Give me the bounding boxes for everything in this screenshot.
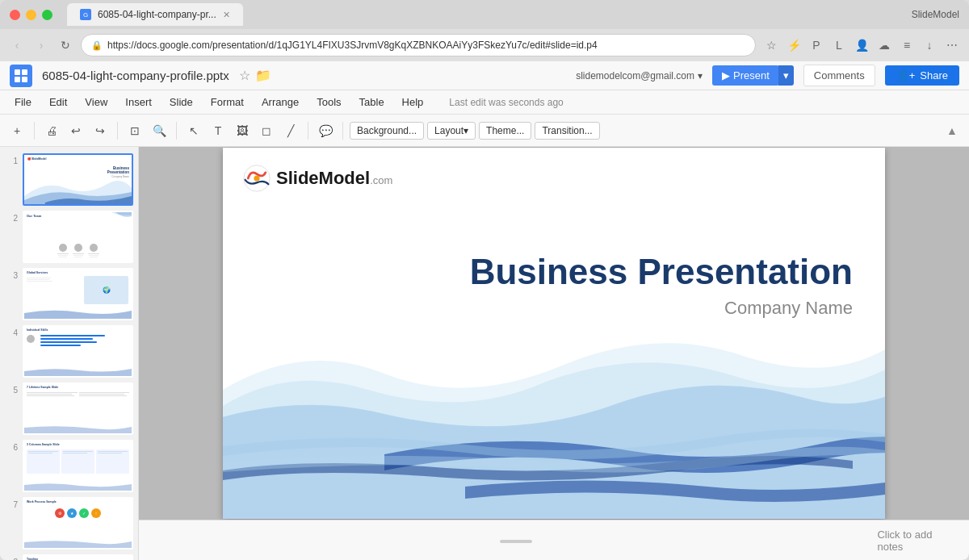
minimize-button[interactable]: [26, 10, 36, 20]
shape-tool[interactable]: ◻: [256, 120, 277, 141]
maximize-button[interactable]: [42, 10, 52, 20]
layout-label: Layout▾: [434, 125, 468, 136]
cursor-tool[interactable]: ↖: [183, 120, 204, 141]
doc-title: 6085-04-light-company-profile.pptx: [42, 69, 229, 82]
present-button[interactable]: ▶ Present: [712, 65, 779, 86]
logo-main-text: SlideModel: [276, 168, 370, 188]
text-tool[interactable]: T: [208, 120, 229, 141]
slide-image-1[interactable]: 🔴 SlideModel BusinessPresentation Compan…: [23, 153, 133, 206]
notes-drag-bar: [500, 540, 532, 543]
tab-bar: G 6085-04-light-company-pr... ✕: [67, 3, 243, 26]
share-label: Share: [920, 69, 948, 81]
slide-thumb-5[interactable]: 5 7 Lifetime Sample Slide: [5, 382, 133, 435]
menu-format[interactable]: Format: [203, 94, 252, 111]
zoom-button[interactable]: 🔍: [149, 120, 170, 141]
close-button[interactable]: [10, 10, 20, 20]
address-input[interactable]: 🔒 https://docs.google.com/presentation/d…: [81, 34, 756, 56]
svg-rect-3: [22, 77, 27, 82]
slide-image-2[interactable]: Our Team: [23, 211, 133, 263]
slide-image-5[interactable]: 7 Lifetime Sample Slide: [23, 382, 133, 435]
slide-7-content: Work Process Sample ⚙ ★ ✓ ↑: [24, 499, 132, 548]
menu-file[interactable]: File: [6, 94, 40, 111]
print-button[interactable]: 🖨: [41, 120, 62, 141]
undo-button[interactable]: ↩: [65, 120, 86, 141]
slide-logo-icon: [242, 164, 271, 193]
menu-arrange[interactable]: Arrange: [254, 94, 307, 111]
slide-thumb-7[interactable]: 7 Work Process Sample ⚙ ★ ✓ ↑: [5, 497, 133, 550]
slide-image-8[interactable]: Timeline: [23, 554, 133, 560]
slide-image-4[interactable]: Individual Skills: [23, 325, 133, 378]
slide-logo-area: SlideModel.com: [242, 164, 392, 193]
redo-button[interactable]: ↪: [90, 120, 111, 141]
toolbar-collapse-button[interactable]: ▲: [942, 120, 963, 141]
add-button[interactable]: +: [6, 120, 27, 141]
tab-favicon: G: [80, 9, 91, 20]
more-icon[interactable]: ⋯: [943, 36, 961, 54]
slide-image-7[interactable]: Work Process Sample ⚙ ★ ✓ ↑: [23, 497, 133, 550]
refresh-button[interactable]: ↻: [57, 36, 74, 54]
slide-editor[interactable]: SlideModel.com Business Presentation Com…: [139, 147, 969, 520]
line-tool[interactable]: ╱: [280, 120, 301, 141]
image-tool[interactable]: 🖼: [232, 120, 253, 141]
menu-table[interactable]: Table: [351, 94, 392, 111]
svg-rect-0: [15, 69, 20, 75]
share-button[interactable]: 👤+ Share: [885, 65, 959, 86]
svg-rect-1: [22, 69, 27, 75]
folder-icon[interactable]: 📁: [255, 68, 271, 83]
slide-main-title: Business Presentation: [470, 253, 853, 291]
slide-thumb-1[interactable]: 1 🔴 SlideModel BusinessPresentation Comp…: [5, 153, 133, 206]
zoom-fit-button[interactable]: ⊡: [124, 120, 145, 141]
comments-button[interactable]: Comments: [803, 65, 875, 86]
pocket-icon[interactable]: P: [808, 36, 825, 54]
bookmark-icon[interactable]: ☆: [762, 36, 780, 54]
doc-action-icons: ☆ 📁: [239, 68, 271, 83]
download-icon[interactable]: ↓: [921, 36, 938, 54]
slide-thumb-4[interactable]: 4 Individual Skills: [5, 325, 133, 378]
theme-button[interactable]: Theme...: [479, 122, 531, 140]
menu-tools[interactable]: Tools: [308, 94, 349, 111]
slide-thumb-6[interactable]: 6 3 Columns Sample Slide: [5, 440, 133, 492]
app-title-bar: 6085-04-light-company-profile.pptx ☆ 📁 s…: [0, 61, 969, 90]
back-button[interactable]: ‹: [8, 36, 26, 54]
s2-wave-top: [91, 212, 132, 232]
notes-drag-handle: [155, 535, 877, 546]
tab-close-icon[interactable]: ✕: [223, 10, 230, 20]
extensions-icon[interactable]: ⚡: [785, 36, 803, 54]
slide-canvas[interactable]: SlideModel.com Business Presentation Com…: [223, 148, 885, 519]
main-content: 1 🔴 SlideModel BusinessPresentation Comp…: [0, 147, 969, 560]
s1-logo-mini: 🔴 SlideModel: [27, 157, 46, 161]
notes-placeholder-text[interactable]: Click to add notes: [877, 529, 953, 553]
toolbar-sep-1: [34, 122, 35, 140]
forward-button[interactable]: ›: [32, 36, 50, 54]
transition-button[interactable]: Transition...: [535, 122, 599, 140]
profile-icon[interactable]: 👤: [853, 36, 870, 54]
layout-button[interactable]: Layout▾: [427, 122, 476, 140]
present-play-icon: ▶: [722, 69, 730, 81]
menu-insert[interactable]: Insert: [117, 94, 160, 111]
slide-image-6[interactable]: 3 Columns Sample Slide: [23, 440, 133, 492]
slide-num-2: 2: [5, 211, 18, 223]
menu-edit[interactable]: Edit: [41, 94, 75, 111]
star-icon[interactable]: ☆: [239, 68, 250, 83]
layers-icon[interactable]: ≡: [898, 36, 916, 54]
present-dropdown-button[interactable]: ▾: [778, 65, 794, 86]
comment-tool[interactable]: 💬: [315, 120, 336, 141]
slide-8-content: Timeline: [24, 556, 132, 560]
account-chevron[interactable]: ▾: [698, 70, 703, 81]
cloud-icon[interactable]: ☁: [875, 36, 893, 54]
s2-title-mini: Our Team: [27, 214, 41, 218]
slide-thumb-2[interactable]: 2 Our Team: [5, 211, 133, 263]
menu-view[interactable]: View: [77, 94, 115, 111]
menu-icon[interactable]: L: [830, 36, 848, 54]
menu-slide[interactable]: Slide: [162, 94, 201, 111]
background-button[interactable]: Background...: [350, 122, 424, 140]
slide-thumb-3[interactable]: 3 Global Services 🌍: [5, 268, 133, 320]
browser-tab[interactable]: G 6085-04-light-company-pr... ✕: [67, 3, 243, 26]
menu-help[interactable]: Help: [394, 94, 432, 111]
editor-area: SlideModel.com Business Presentation Com…: [139, 147, 969, 560]
slide-image-3[interactable]: Global Services 🌍: [23, 268, 133, 320]
notes-area[interactable]: Click to add notes: [139, 520, 969, 560]
slide-thumb-8[interactable]: 8 Timeline: [5, 554, 133, 560]
logo-suffix-text: .com: [370, 174, 392, 186]
transition-label: Transition...: [542, 125, 592, 136]
